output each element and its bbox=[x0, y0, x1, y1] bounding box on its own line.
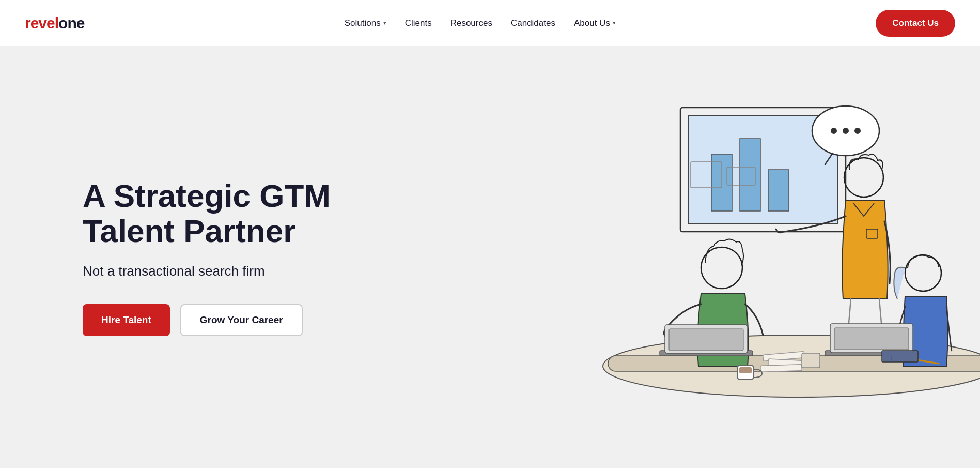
svg-rect-4 bbox=[768, 170, 789, 211]
nav-item-resources[interactable]: Resources bbox=[450, 18, 492, 28]
grow-career-button[interactable]: Grow Your Career bbox=[180, 304, 303, 336]
hire-talent-button[interactable]: Hire Talent bbox=[83, 304, 170, 336]
svg-rect-29 bbox=[802, 353, 820, 368]
svg-rect-20 bbox=[669, 329, 743, 351]
nav-link-clients[interactable]: Clients bbox=[405, 18, 432, 28]
svg-rect-32 bbox=[882, 351, 918, 362]
hero-illustration bbox=[577, 77, 980, 439]
contact-us-button[interactable]: Contact Us bbox=[876, 10, 955, 37]
hero-buttons: Hire Talent Grow Your Career bbox=[83, 304, 331, 336]
logo-revel: revel bbox=[25, 14, 58, 32]
nav-link-solutions[interactable]: Solutions ▾ bbox=[345, 18, 386, 28]
nav-link-candidates[interactable]: Candidates bbox=[511, 18, 555, 28]
svg-rect-28 bbox=[739, 367, 752, 373]
main-nav: revelone Solutions ▾ Clients Resources C… bbox=[0, 0, 980, 47]
nav-item-solutions[interactable]: Solutions ▾ bbox=[345, 18, 386, 28]
nav-link-resources[interactable]: Resources bbox=[450, 18, 492, 28]
svg-point-9 bbox=[831, 128, 837, 134]
svg-point-11 bbox=[854, 128, 861, 134]
nav-link-about[interactable]: About Us ▾ bbox=[574, 18, 616, 28]
chevron-down-icon: ▾ bbox=[383, 20, 386, 26]
hero-title: A Strategic GTM Talent Partner bbox=[83, 178, 331, 249]
hero-section: A Strategic GTM Talent Partner Not a tra… bbox=[0, 47, 980, 468]
meeting-illustration bbox=[577, 77, 980, 439]
svg-rect-23 bbox=[834, 328, 909, 350]
chevron-down-icon-about: ▾ bbox=[613, 20, 616, 26]
nav-item-clients[interactable]: Clients bbox=[405, 18, 432, 28]
svg-rect-3 bbox=[740, 139, 760, 211]
logo-one: one bbox=[58, 14, 84, 32]
nav-item-about[interactable]: About Us ▾ bbox=[574, 18, 616, 28]
logo[interactable]: revelone bbox=[25, 14, 84, 32]
svg-point-10 bbox=[843, 128, 849, 134]
hero-content: A Strategic GTM Talent Partner Not a tra… bbox=[83, 178, 331, 336]
svg-rect-26 bbox=[760, 364, 802, 372]
nav-links: Solutions ▾ Clients Resources Candidates… bbox=[345, 18, 616, 28]
hero-subtitle: Not a transactional search firm bbox=[83, 263, 331, 279]
nav-item-candidates[interactable]: Candidates bbox=[511, 18, 555, 28]
